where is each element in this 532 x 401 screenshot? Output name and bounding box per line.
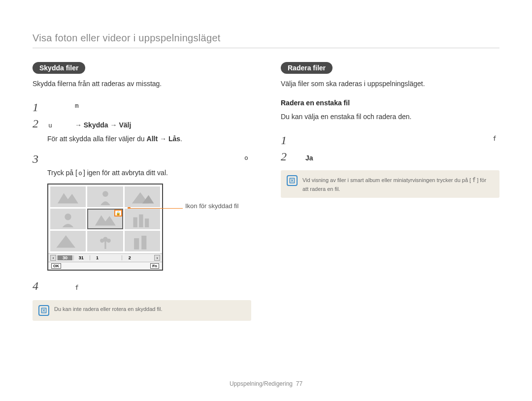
protect-steps: 1 m 2 u → Skydda → Välj [33,99,251,131]
menu-symbol: m [74,101,80,111]
page-footer: Uppspelning/Redigering 77 [0,380,532,387]
thumbnail [50,231,86,251]
fn-symbol: f [492,134,498,144]
ok-button-hint: OK [51,263,61,269]
abort-note: Tryck på [o] igen för att avbryta ditt v… [47,169,251,177]
left-column: Skydda filer Skydda filerna från att rad… [33,62,251,321]
protect-all-note: För att skydda alla filer väljer du Allt… [47,134,251,144]
mountain-icon [128,189,157,206]
info-icon [287,175,298,186]
svg-rect-4 [145,218,149,227]
timeline-prev[interactable]: ‹ [50,255,56,261]
thumbnail-selected: 🔒 [87,209,123,229]
delete-single-heading: Radera en enstaka fil [281,99,499,107]
callout-label: Ikon för skyddad fil [185,202,238,210]
svg-rect-3 [139,214,143,227]
mountain-icon [54,189,82,206]
cityscape-icon [128,211,157,228]
direction-symbol: u [47,121,53,131]
menu-item-protect: Skydda [84,121,108,129]
timeline-next[interactable]: › [154,255,160,261]
person-icon [54,211,82,228]
step-number: 2 [281,150,296,163]
delete-steps: 1 f 2 Ja [281,132,499,163]
timeline-cell[interactable]: 1 [90,255,105,260]
person-icon [91,189,120,206]
info-note: Du kan inte radera eller rotera en skydd… [33,300,251,321]
ok-symbol: o [243,153,249,163]
section-pill-protect: Skydda filer [33,62,85,74]
step-number: 1 [33,101,47,114]
timeline-cell[interactable]: 2 [122,255,137,260]
info-note-text: Du kan inte radera eller rotera en skydd… [54,305,163,313]
info-note: Vid visning av filer i smart album eller… [281,170,499,198]
right-column: Radera filer Välja filer som ska raderas… [281,62,499,321]
section-pill-delete: Radera filer [281,62,332,74]
flower-icon [91,233,120,250]
confirm-yes: Ja [305,154,313,162]
menu-item-select: Välj [119,121,131,129]
thumbnail [87,231,123,251]
fn-button-hint: Fn [150,263,159,269]
delete-single-desc: Du kan välja en enstaka fil och radera d… [281,112,499,122]
thumbnail [50,209,86,229]
camera-thumbnail-figure: Ikon för skyddad fil [47,184,244,271]
camera-bottombar: OK Fn [48,262,162,270]
page-title: Visa foton eller videor i uppspelningslä… [33,32,499,48]
step-number: 2 [33,117,47,130]
fn-symbol: f [74,283,80,293]
svg-rect-8 [104,241,106,248]
lock-icon: 🔒 [114,210,122,216]
step-number: 3 [33,153,47,166]
cityscape-icon [128,233,157,250]
timeline-bar: ‹ 30 31 1 2 › [48,253,162,262]
timeline-cell[interactable]: 31 [73,255,89,260]
info-note-text: Vid visning av filer i smart album eller… [302,175,494,193]
mountain-icon [54,233,82,250]
svg-rect-2 [133,217,137,227]
svg-point-6 [100,239,104,243]
svg-rect-10 [141,236,146,250]
protect-desc: Skydda filerna från att raderas av misst… [33,79,251,89]
timeline-cell[interactable]: 30 [57,255,72,260]
step-number: 4 [33,279,47,293]
svg-point-7 [106,239,110,243]
svg-point-1 [65,214,71,220]
thumbnail [125,209,160,229]
thumbnail [125,186,160,207]
thumbnail [50,186,86,207]
svg-point-0 [102,191,108,197]
thumbnail [87,186,123,207]
thumbnail [125,231,160,251]
delete-desc: Välja filer som ska raderas i uppspelnin… [281,79,499,89]
step-number: 1 [281,134,296,147]
info-icon [38,305,49,316]
svg-rect-9 [134,238,139,250]
